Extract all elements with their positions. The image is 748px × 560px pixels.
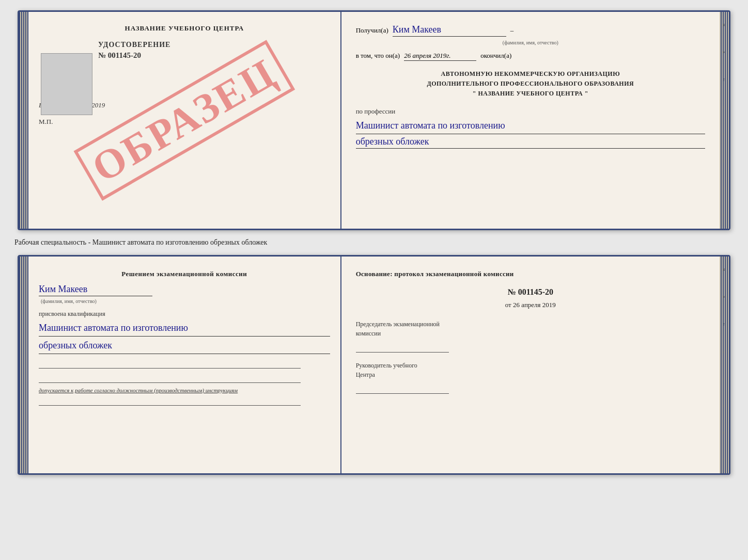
head-label: Руководитель учебного Центра <box>356 361 705 379</box>
chairman-label2: комиссии <box>356 330 381 337</box>
commission-title: Решением экзаменационной комиссии <box>39 269 330 280</box>
protocol-date-prefix: от <box>505 301 511 309</box>
completed-label: окончил(а) <box>480 52 511 60</box>
bottom-card-left: Решением экзаменационной комиссии Ким Ма… <box>28 257 341 473</box>
side-mark-и: и <box>722 24 727 27</box>
completed-date: 26 апреля 2019г. <box>404 52 476 61</box>
qual-line2: обрезных обложек <box>39 339 330 354</box>
допуск-value: работе согласно должностным (производств… <box>75 387 238 393</box>
photo-placeholder <box>41 53 92 115</box>
profession-line1: Машинист автомата по изготовлению <box>356 119 705 134</box>
blank-line-2 <box>39 373 301 383</box>
side-mark-dash3: – <box>722 160 727 163</box>
institution-title: НАЗВАНИЕ УЧЕБНОГО ЦЕНТРА <box>39 24 330 33</box>
date-line: в том, что он(а) 26 апреля 2019г. окончи… <box>356 52 705 61</box>
dash-after-name: – <box>510 26 514 35</box>
bot-side-mark-dash3: – <box>722 405 727 408</box>
head-label2: Центра <box>356 371 375 378</box>
bottom-person-name: Ким Макеев <box>39 284 152 296</box>
fio-subtitle-bottom: (фамилия, имя, отчество) <box>41 298 330 304</box>
head-label1: Руководитель учебного <box>356 362 417 369</box>
bot-side-mark-dash1: – <box>722 351 727 354</box>
org-block: АВТОНОМНУЮ НЕКОММЕРЧЕСКУЮ ОРГАНИЗАЦИЮ ДО… <box>356 69 705 99</box>
in-that-label: в том, что он(а) <box>356 52 400 60</box>
допуск-underline: работе согласно должностным (производств… <box>75 387 238 393</box>
received-label: Получил(а) <box>356 26 388 35</box>
foundation-label: Основание: протокол экзаменационной коми… <box>356 269 705 279</box>
org-line3: " НАЗВАНИЕ УЧЕБНОГО ЦЕНТРА " <box>356 89 705 99</box>
protocol-number: № 001145-20 <box>356 287 705 297</box>
допуск-label: допускается к <box>39 387 73 393</box>
org-line2: ДОПОЛНИТЕЛЬНОГО ПРОФЕССИОНАЛЬНОГО ОБРАЗО… <box>356 79 705 89</box>
qual-line1: Машинист автомата по изготовлению <box>39 321 330 337</box>
card-spine-bottom-left <box>19 257 28 473</box>
bottom-document-card: Решением экзаменационной комиссии Ким Ма… <box>18 255 730 475</box>
bot-side-mark-dash2: – <box>722 378 727 381</box>
cert-title-block: УДОСТОВЕРЕНИЕ № 001145-20 <box>98 41 330 60</box>
blank-line-1 <box>39 358 301 369</box>
fio-subtitle-top: (фамилия, имя, отчество) <box>356 40 705 45</box>
bot-side-mark-arrow: ← <box>722 322 727 327</box>
bottom-card-right: Основание: протокол экзаменационной коми… <box>341 257 720 473</box>
card-spine-left <box>19 12 28 229</box>
bot-side-mark-и: и <box>722 268 727 271</box>
top-document-card: НАЗВАНИЕ УЧЕБНОГО ЦЕНТРА УДОСТОВЕРЕНИЕ №… <box>18 10 730 230</box>
org-line1: АВТОНОМНУЮ НЕКОММЕРЧЕСКУЮ ОРГАНИЗАЦИЮ <box>356 69 705 79</box>
top-card-right: Получил(а) Ким Макеев – (фамилия, имя, о… <box>341 12 720 229</box>
top-card-left: НАЗВАНИЕ УЧЕБНОГО ЦЕНТРА УДОСТОВЕРЕНИЕ №… <box>28 12 341 229</box>
profession-label: по профессии <box>356 107 705 116</box>
chairman-block: Председатель экзаменационной комиссии <box>356 319 705 353</box>
right-edge-bottom: и а ← – – – – – <box>720 257 729 473</box>
bot-side-mark-а: а <box>722 296 727 298</box>
side-mark-dash5: – <box>722 214 727 217</box>
protocol-date-value: 26 апреля 2019 <box>513 301 556 309</box>
head-block: Руководитель учебного Центра <box>356 361 705 394</box>
side-mark-arrow: ← <box>722 77 727 83</box>
bot-side-mark-dash5: – <box>722 458 727 461</box>
chairman-signature-line <box>356 340 449 353</box>
blank-line-3 <box>39 395 301 406</box>
side-mark-а: а <box>722 51 727 54</box>
bot-side-mark-dash4: – <box>722 431 727 435</box>
mp-label: М.П. <box>39 118 330 126</box>
between-text: Рабочая специальность - Машинист автомат… <box>10 238 267 247</box>
допуск-text: допускается к работе согласно должностны… <box>39 387 330 393</box>
recipient-line: Получил(а) Ким Макеев – <box>356 24 705 37</box>
recipient-name: Ким Макеев <box>393 24 506 37</box>
right-edge-top: и а ← – – – – – <box>720 12 729 229</box>
protocol-date: от 26 апреля 2019 <box>356 301 705 309</box>
qualification-label: присвоена квалификация <box>39 310 330 318</box>
profession-line2: обрезных обложек <box>356 136 705 149</box>
chairman-label: Председатель экзаменационной комиссии <box>356 319 705 338</box>
head-signature-line <box>356 381 449 394</box>
cert-number: № 001145-20 <box>98 51 330 60</box>
side-mark-dash2: – <box>722 133 727 136</box>
cert-title: УДОСТОВЕРЕНИЕ <box>98 41 330 49</box>
chairman-label1: Председатель экзаменационной <box>356 321 440 328</box>
side-mark-dash1: – <box>722 106 727 109</box>
side-mark-dash4: – <box>722 187 727 190</box>
